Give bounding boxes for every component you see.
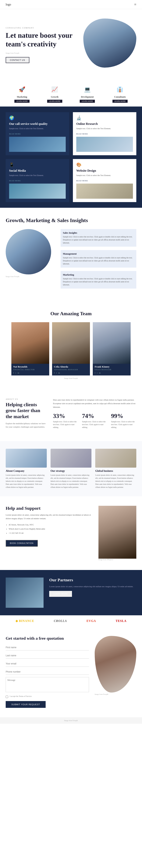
- twitter-icon-frank[interactable]: t: [97, 372, 97, 374]
- team-member-1: Nat Reynolds FINANCIAL DIRECTOR f t in: [11, 322, 49, 375]
- design-icon: 🎨: [76, 162, 133, 167]
- team-title: Our Amazing Team: [4, 311, 138, 316]
- about-lede: Duis aute irure dolor in reprehenderit i…: [53, 398, 136, 409]
- call-service-section: 🌍 Our call service world quality Sample …: [0, 106, 142, 208]
- team-role-frank: SALES MANAGER: [95, 369, 129, 371]
- form-section: Get started with a free quotation I acce…: [0, 626, 142, 717]
- team-photo-frank: [93, 322, 131, 364]
- facebook-icon-frank[interactable]: f: [95, 372, 95, 374]
- consultants-learn-more[interactable]: LEARN MORE: [113, 100, 127, 103]
- call-service-image-2: [76, 137, 133, 152]
- call-service-title-1: Our call service world quality: [9, 122, 66, 126]
- global-business-image: [95, 449, 136, 468]
- help-title: Help and Support: [6, 506, 93, 511]
- partners-title: Our Partners: [49, 578, 136, 583]
- call-service-card-1: 🌍 Our call service world quality Sample …: [6, 112, 69, 155]
- marketing-learn-more[interactable]: LEARN MORE: [15, 100, 29, 103]
- growth-learn-more[interactable]: LEARN MORE: [47, 100, 62, 103]
- twitter-icon-nat[interactable]: t: [16, 372, 16, 374]
- terms-checkbox[interactable]: [6, 695, 8, 698]
- call-service-text-2: Sample text. Click to select the Text El…: [76, 127, 133, 130]
- call-service-readmore-4[interactable]: READ MORE: [76, 180, 88, 182]
- phone-input[interactable]: [6, 669, 89, 675]
- insight-management-text: Sample text. Click to select the text bo…: [63, 256, 134, 265]
- our-strategy-text: Lorem ipsum dolor sit amet, consectetur …: [51, 474, 92, 489]
- help-list: 45 Street, Network City, NYC Which don't…: [6, 523, 93, 535]
- insight-sales-title: Sales Insights: [63, 231, 134, 235]
- global-business-title: Global business: [95, 469, 136, 472]
- insight-marketing-title: Marketing: [63, 273, 134, 276]
- call-service-readmore-3[interactable]: READ MORE: [9, 180, 21, 182]
- call-service-image-4: [76, 184, 133, 199]
- menu-icon[interactable]: ≡: [134, 2, 136, 7]
- terms-label: I accept the Terms of Service: [10, 695, 32, 697]
- team-name-frank: Frank Kinney: [95, 365, 129, 368]
- call-service-title-2: Online Research: [76, 122, 133, 126]
- team-role-nat: FINANCIAL DIRECTOR: [13, 369, 47, 371]
- strategy-section: About Company Lorem ipsum dolor sit amet…: [0, 441, 142, 496]
- about-company-image: [6, 449, 47, 468]
- help-section: Help and Support Lorem ipsum dolor sit a…: [0, 496, 142, 570]
- about-tag: ABOUT US: [6, 398, 47, 400]
- submit-button[interactable]: Submit your request: [6, 701, 46, 708]
- global-business-text: Lorem ipsum dolor sit amet, consectetur …: [95, 474, 136, 489]
- team-name-bar-3: Frank Kinney SALES MANAGER f t in: [93, 364, 131, 375]
- book-consultation-button[interactable]: BOOK CONSULTATION: [6, 540, 38, 547]
- service-consultants: 👔 Consultants LEARN MORE: [113, 85, 127, 103]
- twitter-icon-celia[interactable]: t: [56, 372, 57, 374]
- stat-33: 33% Sample text. Click to select the tex…: [53, 412, 78, 429]
- growth-section: Growth, Marketing & Sales Insights Image…: [0, 208, 142, 302]
- first-name-input[interactable]: [6, 645, 89, 650]
- partners-learn-more-button[interactable]: LEARN MORE: [49, 591, 72, 597]
- facebook-icon-celia[interactable]: f: [54, 372, 55, 374]
- form-img-credit: Image from Freepik: [95, 693, 136, 695]
- help-img-credit: Image from 3Dxplore: [98, 559, 136, 561]
- growth-icon: 📈: [50, 85, 60, 94]
- insight-marketing: Marketing Sample text. Click to select t…: [61, 271, 136, 288]
- form-title: Get started with a free quotation: [6, 636, 89, 641]
- help-text: Lorem ipsum dolor sit amet, consectetur …: [6, 513, 93, 520]
- partners-section: Our Partners Lorem ipsum dolor sit amet,…: [0, 570, 142, 626]
- insight-sales: Sales Insights Sample text. Click to sel…: [61, 229, 136, 247]
- growth-image: [6, 229, 51, 274]
- team-member-3: Frank Kinney SALES MANAGER f t in: [93, 322, 131, 375]
- binance-logo: ◆ BINANCE: [16, 619, 34, 623]
- terms-checkbox-row: I accept the Terms of Service: [6, 695, 89, 698]
- hero-image: [79, 19, 136, 71]
- call-service-readmore-1[interactable]: READ MORE: [9, 133, 21, 135]
- contact-us-button[interactable]: CONTACT US: [6, 57, 29, 63]
- call-service-image-1: [9, 137, 66, 152]
- linkedin-icon-frank[interactable]: in: [99, 372, 101, 374]
- tesla-logo: TESLA: [116, 619, 126, 623]
- logo: logo: [6, 3, 11, 6]
- facebook-icon-nat[interactable]: f: [13, 372, 14, 374]
- about-description: Explore the multidisciplinary solutions …: [6, 422, 47, 429]
- strategy-about-company: About Company Lorem ipsum dolor sit amet…: [6, 449, 47, 489]
- marketing-icon: 🚀: [17, 85, 27, 94]
- message-textarea[interactable]: [6, 677, 89, 692]
- crolla-logo: CROLLA: [54, 619, 67, 623]
- development-learn-more[interactable]: LEARN MORE: [80, 100, 95, 103]
- stat-99: 99% Sample text. Click to select the tex…: [111, 412, 136, 429]
- stat-99-num: 99%: [111, 412, 136, 420]
- social-icon: 📱: [9, 162, 66, 167]
- help-image: [98, 506, 136, 559]
- call-service-text-4: Sample text. Click to select the Text El…: [76, 174, 133, 177]
- service-marketing: 🚀 Marketing LEARN MORE: [15, 85, 29, 103]
- our-strategy-title: Our strategy: [51, 469, 92, 472]
- linkedin-icon-celia[interactable]: in: [58, 372, 60, 374]
- help-list-item-1: 45 Street, Network City, NYC: [9, 523, 93, 527]
- about-title: Helping clients grow faster than the mar…: [6, 402, 47, 420]
- our-strategy-image: [51, 449, 92, 468]
- strategy-our-strategy: Our strategy Lorem ipsum dolor sit amet,…: [51, 449, 92, 489]
- footer-credit: Image from Freepik: [64, 719, 78, 721]
- team-photo-celia: [52, 322, 90, 364]
- hero-img-credit: Image from Freepik: [6, 52, 79, 54]
- footer: Image from Freepik: [0, 717, 142, 724]
- call-service-card-2: 🔬 Online Research Sample text. Click to …: [73, 112, 136, 155]
- email-input[interactable]: [6, 661, 89, 667]
- linkedin-icon-nat[interactable]: in: [18, 372, 19, 374]
- last-name-input[interactable]: [6, 653, 89, 658]
- call-service-card-3: 📱 Social Media Sample text. Click to sel…: [6, 159, 69, 202]
- call-service-readmore-2[interactable]: READ MORE: [76, 133, 88, 135]
